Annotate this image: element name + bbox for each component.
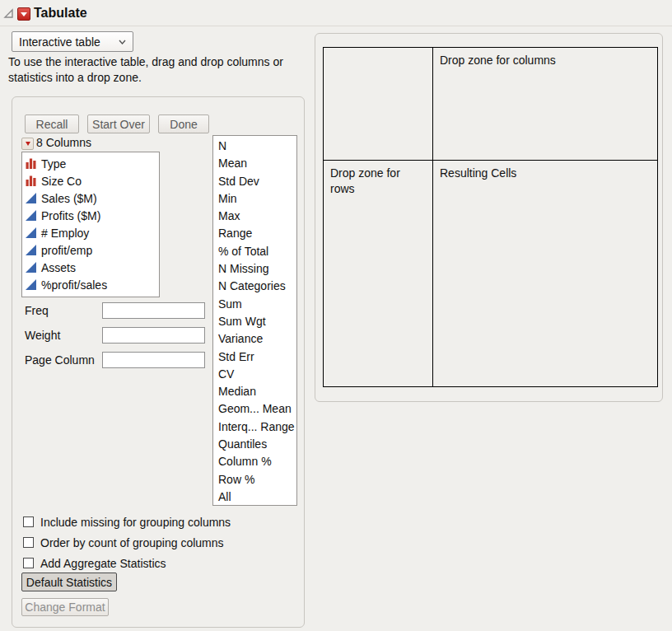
- columns-red-triangle-icon[interactable]: [21, 138, 34, 150]
- columns-count-label: 8 Columns: [36, 136, 91, 149]
- weight-label: Weight: [25, 329, 60, 342]
- column-type-icon: [26, 279, 36, 290]
- statistic-item[interactable]: N Categories: [213, 278, 296, 295]
- page-column-input[interactable]: [102, 352, 205, 368]
- column-type-icon: [26, 210, 36, 221]
- column-item-label: # Employ: [41, 227, 89, 240]
- statistic-item[interactable]: Variance: [213, 330, 296, 348]
- checkbox-row[interactable]: Include missing for grouping columns: [23, 512, 231, 532]
- statistic-item[interactable]: Mean: [213, 155, 296, 172]
- column-item[interactable]: # Employ: [22, 224, 159, 241]
- start-over-button[interactable]: Start Over: [87, 115, 150, 133]
- column-type-icon: [26, 158, 36, 169]
- resulting-cells-zone[interactable]: Resulting Cells: [433, 161, 657, 386]
- statistic-item[interactable]: Column %: [213, 453, 296, 470]
- statistic-item[interactable]: Geom... Mean: [213, 400, 296, 418]
- statistic-item[interactable]: Min: [213, 190, 296, 208]
- freq-label: Freq: [25, 304, 49, 317]
- statistic-item[interactable]: N Missing: [213, 260, 296, 278]
- column-type-icon: [26, 245, 36, 255]
- checkbox-row[interactable]: Add Aggregate Statistics: [23, 553, 231, 573]
- header: Tabulate: [0, 0, 672, 26]
- statistic-item[interactable]: Std Err: [213, 348, 296, 366]
- checkbox-icon[interactable]: [23, 516, 34, 527]
- drop-zone-rows[interactable]: Drop zone for rows: [324, 161, 433, 386]
- column-item-label: Assets: [41, 261, 76, 274]
- column-item[interactable]: Type: [22, 155, 159, 172]
- statistic-item[interactable]: All: [213, 488, 296, 506]
- freq-input[interactable]: [102, 302, 205, 319]
- column-item[interactable]: Profits ($M): [22, 207, 159, 224]
- column-type-icon: [26, 175, 36, 186]
- tabulate-window: Tabulate Interactive table To use the in…: [0, 0, 672, 631]
- statistic-item[interactable]: Sum Wgt: [213, 313, 296, 330]
- column-item-label: %profit/sales: [41, 278, 107, 292]
- statistic-item[interactable]: Interq... Range: [213, 418, 296, 436]
- drop-zone-corner[interactable]: [324, 48, 433, 161]
- column-type-icon: [26, 262, 36, 273]
- statistic-item[interactable]: Sum: [213, 296, 296, 313]
- statistic-item[interactable]: Range: [213, 225, 296, 242]
- change-format-button[interactable]: Change Format: [21, 598, 109, 616]
- columns-list: Type Size Co: [21, 152, 160, 297]
- column-item-label: Size Co: [41, 175, 82, 188]
- checkbox-row[interactable]: Order by count of grouping columns: [23, 532, 231, 553]
- drop-zone-columns[interactable]: Drop zone for columns: [433, 48, 657, 161]
- statistic-item[interactable]: Row %: [213, 471, 296, 488]
- column-item[interactable]: %profit/sales: [22, 276, 159, 293]
- options-checkbox-group: Include missing for grouping columns Ord…: [23, 512, 231, 573]
- chevron-down-icon: [119, 40, 126, 44]
- statistic-item[interactable]: Max: [213, 208, 296, 225]
- statistic-item[interactable]: Quantiles: [213, 436, 296, 453]
- statistic-item[interactable]: Std Dev: [213, 173, 296, 190]
- column-item-label: profit/emp: [41, 244, 92, 257]
- column-item-label: Type: [41, 157, 66, 171]
- done-button[interactable]: Done: [158, 115, 209, 133]
- checkbox-icon[interactable]: [23, 537, 34, 548]
- column-item[interactable]: Sales ($M): [22, 189, 159, 207]
- page-title: Tabulate: [34, 6, 87, 21]
- statistic-item[interactable]: Median: [213, 383, 296, 400]
- checkbox-label: Include missing for grouping columns: [40, 516, 231, 529]
- default-statistics-button[interactable]: Default Statistics: [21, 573, 117, 591]
- statistic-item[interactable]: % of Total: [213, 243, 296, 260]
- instruction-text: To use the interactive table, drag and d…: [8, 54, 315, 86]
- column-type-icon: [26, 227, 36, 238]
- statistics-list: N Mean Std Dev Min Max Range % of Total …: [212, 135, 297, 506]
- checkbox-label: Order by count of grouping columns: [40, 536, 224, 549]
- column-type-icon: [26, 193, 36, 203]
- statistic-item[interactable]: N: [213, 138, 296, 155]
- checkbox-label: Add Aggregate Statistics: [40, 557, 166, 570]
- column-item[interactable]: Size Co: [22, 172, 159, 189]
- disclosure-triangle-icon[interactable]: [3, 8, 14, 19]
- column-item[interactable]: profit/emp: [22, 241, 159, 259]
- drop-table: Drop zone for columns Drop zone for rows…: [323, 47, 658, 387]
- column-item[interactable]: Assets: [22, 259, 159, 276]
- statistic-item[interactable]: CV: [213, 366, 296, 383]
- page-column-label: Page Column: [25, 353, 95, 367]
- column-item-label: Sales ($M): [41, 192, 97, 205]
- checkbox-icon[interactable]: [23, 558, 34, 568]
- weight-input[interactable]: [102, 327, 205, 344]
- table-mode-value: Interactive table: [19, 35, 119, 49]
- table-mode-dropdown[interactable]: Interactive table: [12, 31, 133, 52]
- column-item-label: Profits ($M): [41, 209, 100, 222]
- recall-button[interactable]: Recall: [25, 115, 79, 133]
- red-triangle-menu-icon[interactable]: [17, 7, 30, 21]
